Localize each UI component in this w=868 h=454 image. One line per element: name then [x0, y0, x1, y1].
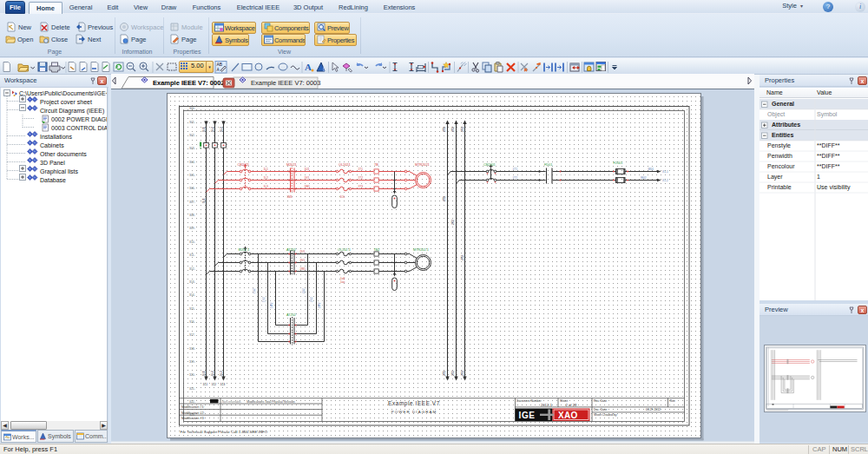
- svg-text:312-: 312-: [189, 267, 195, 271]
- svg-text:Example IEEE V7: 0003: Example IEEE V7: 0003: [251, 79, 320, 87]
- svg-text:AT202: AT202: [286, 313, 296, 317]
- svg-text:0002 POWER DIAGRAM: 0002 POWER DIAGRAM: [51, 116, 108, 122]
- svg-text:1T2: 1T2: [358, 176, 364, 180]
- svg-text:Modification #3:: Modification #3:: [181, 417, 205, 420]
- svg-text:2V2: 2V2: [310, 297, 313, 302]
- svg-text:1T1: 1T1: [358, 168, 364, 171]
- svg-text:2T3: 2T3: [461, 371, 464, 376]
- svg-text:2W1: 2W1: [300, 267, 306, 271]
- svg-text:1U2: 1U2: [253, 288, 256, 293]
- svg-text:Rev:: Rev:: [670, 399, 676, 403]
- svg-text:2T1: 2T1: [443, 371, 446, 376]
- svg-text:Example IEEE V7: Example IEEE V7: [388, 400, 440, 407]
- svg-text:POWER DIAGRAM: POWER DIAGRAM: [391, 410, 437, 414]
- svg-text:300-: 300-: [189, 107, 195, 110]
- svg-text:1L1: 1L1: [203, 383, 208, 386]
- svg-text:Example IEEE V7: 0002: Example IEEE V7: 0002: [153, 79, 225, 87]
- svg-text:301-: 301-: [189, 121, 195, 124]
- svg-text:Graphical lists: Graphical lists: [40, 168, 78, 175]
- svg-text:1W1: 1W1: [305, 185, 311, 188]
- svg-text:Other documents: Other documents: [40, 151, 87, 157]
- svg-text:2T2: 2T2: [451, 371, 455, 376]
- svg-text:Document Number:: Document Number:: [516, 399, 542, 403]
- svg-text:IGE: IGE: [519, 411, 536, 420]
- svg-text:TB2: TB2: [374, 248, 380, 252]
- svg-text:0003 CONTROL DIAGR: 0003 CONTROL DIAGR: [51, 125, 108, 131]
- svg-text:1L1: 1L1: [202, 371, 206, 376]
- svg-text:2T3: 2T3: [461, 127, 464, 132]
- svg-text:Cabinets: Cabinets: [40, 142, 64, 148]
- svg-text:310-: 310-: [189, 240, 195, 244]
- svg-text:313-: 313-: [189, 280, 195, 284]
- svg-text:Doc. Date:: Doc. Date:: [594, 408, 608, 411]
- svg-text:2W2: 2W2: [318, 302, 321, 308]
- svg-text:321-: 321-: [189, 387, 195, 391]
- svg-text:1T3: 1T3: [358, 185, 364, 188]
- svg-text:2V1: 2V1: [300, 259, 306, 262]
- svg-text:1V1: 1V1: [305, 176, 310, 180]
- svg-text:2U1: 2U1: [300, 250, 306, 253]
- svg-text:1W2: 1W2: [270, 302, 273, 308]
- svg-text:304-: 304-: [189, 161, 195, 164]
- svg-text:1L2: 1L2: [212, 383, 217, 386]
- svg-text:Circuit Diagrams (IEEE): Circuit Diagrams (IEEE): [40, 108, 104, 115]
- svg-text:1oo: 1oo: [340, 280, 345, 284]
- svg-text:1L2: 1L2: [211, 371, 214, 376]
- svg-text:1V2: 1V2: [262, 297, 266, 302]
- svg-text:Rev. Date:: Rev. Date:: [594, 399, 608, 403]
- svg-text:2T2: 2T2: [451, 127, 455, 132]
- svg-text:OL202-1: OL202-1: [338, 248, 351, 252]
- svg-text:318-: 318-: [189, 347, 195, 351]
- svg-text:1L2: 1L2: [264, 176, 269, 180]
- svg-text:CB2021: CB2021: [238, 163, 250, 167]
- svg-text:309-: 309-: [189, 227, 195, 230]
- svg-text:MTR202-1: MTR202-1: [413, 248, 429, 252]
- svg-text:2T1: 2T1: [443, 196, 446, 201]
- svg-text:F2001: F2001: [614, 161, 623, 165]
- svg-text:1L2: 1L2: [211, 127, 214, 132]
- svg-text:303-: 303-: [189, 147, 195, 150]
- svg-text:For Technical Support Please C: For Technical Support Please Call 1-866-…: [181, 430, 268, 434]
- svg-text:322-: 322-: [189, 400, 195, 404]
- svg-text:X1-1: X1-1: [662, 170, 668, 174]
- svg-text:1L1: 1L1: [264, 168, 269, 171]
- svg-text:302-: 302-: [189, 134, 195, 137]
- svg-text:C:\Users\Public\Documents\IGE+: C:\Users\Public\Documents\IGE+: [19, 90, 108, 96]
- svg-text:3D Panel: 3D Panel: [40, 160, 65, 166]
- svg-text:Modification #2:: Modification #2:: [181, 411, 205, 415]
- svg-text:319-: 319-: [189, 360, 195, 364]
- svg-text:1T1: 1T1: [513, 168, 518, 171]
- svg-text:MTR2021: MTR2021: [415, 163, 430, 167]
- svg-text:A: A: [305, 62, 312, 72]
- svg-text:1L3: 1L3: [220, 127, 223, 132]
- svg-text:-Non-returnable-: -Non-returnable-: [221, 400, 241, 404]
- svg-text:OL2021: OL2021: [339, 163, 351, 167]
- svg-text:311-: 311-: [189, 253, 195, 257]
- svg-text:2 of 28: 2 of 28: [566, 403, 577, 407]
- svg-text:317-: 317-: [189, 333, 195, 337]
- svg-text:1M1: 1M1: [287, 195, 293, 199]
- svg-text:306-: 306-: [189, 187, 195, 190]
- svg-text:1L3: 1L3: [220, 383, 226, 386]
- svg-text:TB: TB: [374, 163, 378, 167]
- svg-text:307-: 307-: [189, 201, 195, 204]
- svg-text:Sheet Created by:: Sheet Created by:: [594, 413, 617, 417]
- svg-text:308-: 308-: [189, 214, 195, 217]
- svg-text:1OL: 1OL: [340, 195, 345, 199]
- svg-text:2T3: 2T3: [461, 255, 464, 260]
- svg-text:314-: 314-: [189, 293, 195, 297]
- svg-text:1L1: 1L1: [202, 198, 206, 203]
- svg-text:W02: W02: [641, 176, 647, 180]
- svg-text:1U1: 1U1: [305, 168, 310, 171]
- svg-text:M2021: M2021: [286, 163, 297, 167]
- svg-text:2012-1: 2012-1: [541, 403, 553, 407]
- svg-text:Database: Database: [40, 177, 66, 183]
- svg-text:1T2: 1T2: [513, 176, 518, 180]
- svg-text:2T2: 2T2: [451, 220, 455, 225]
- svg-text:03.29.2012: 03.29.2012: [646, 408, 661, 411]
- svg-text:316-: 316-: [189, 320, 195, 324]
- svg-text:CB2001: CB2001: [483, 163, 496, 167]
- svg-text:1L3: 1L3: [220, 371, 223, 376]
- svg-text:1L3: 1L3: [264, 185, 269, 188]
- svg-text:AT202: AT202: [286, 248, 296, 252]
